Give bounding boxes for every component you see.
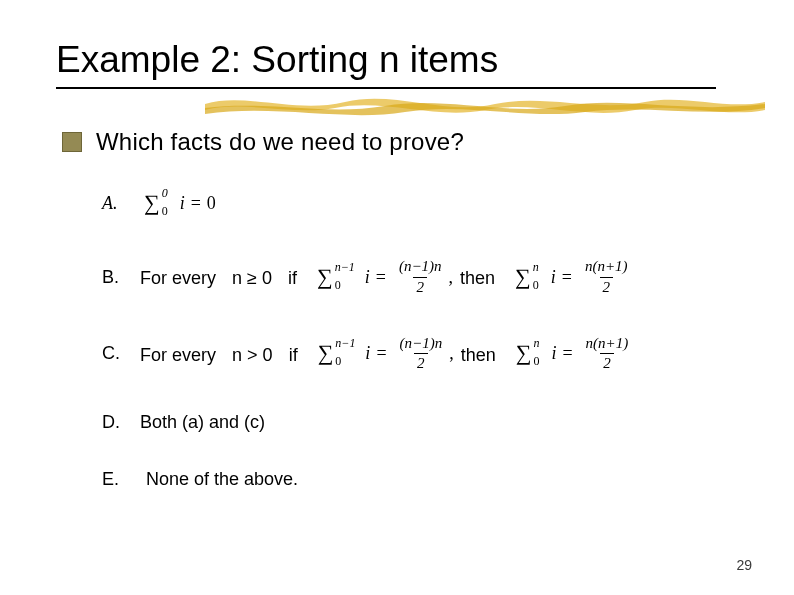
- equals: =: [191, 193, 201, 214]
- option-b-text: For every n ≥ 0 if ∑ n−1 0 i = (n−1)n: [140, 259, 635, 296]
- title-underline: [56, 87, 716, 89]
- sum-term: i: [365, 267, 370, 288]
- sum-upper: n: [533, 336, 539, 351]
- sum-upper: 0: [162, 186, 168, 201]
- for-every: For every: [140, 268, 216, 288]
- question-row: Which facts do we need to prove?: [62, 128, 464, 156]
- sum-lower: 0: [533, 278, 539, 293]
- option-a-label: A.: [102, 193, 140, 214]
- option-c-text: For every n > 0 if ∑ n−1 0 i = (n−1)n: [140, 336, 635, 373]
- option-b-label: B.: [102, 267, 140, 288]
- option-d: D. Both (a) and (c): [102, 412, 722, 433]
- question-text: Which facts do we need to prove?: [96, 128, 464, 156]
- sigma-icon: ∑ n−1 0: [318, 342, 334, 365]
- frac-num: n(n+1): [583, 336, 632, 354]
- cond-var: n > 0: [232, 344, 273, 364]
- slide-title: Example 2: Sorting n items: [56, 40, 716, 81]
- option-b: B. For every n ≥ 0 if ∑ n−1 0 i =: [102, 259, 722, 296]
- comma: ,: [449, 267, 454, 288]
- comma: ,: [449, 343, 454, 364]
- sum-lower: 0: [162, 204, 168, 219]
- sum-term: i: [551, 343, 556, 364]
- fraction: (n−1)n 2: [396, 259, 445, 296]
- fraction: n(n+1) 2: [582, 259, 631, 296]
- frac-num: n(n+1): [582, 259, 631, 277]
- fraction: (n−1)n 2: [397, 336, 446, 373]
- then-word: then: [460, 268, 495, 288]
- then-word: then: [461, 344, 496, 364]
- sum-lower: 0: [335, 278, 341, 293]
- sum-term: i: [365, 343, 370, 364]
- sum-lower: 0: [533, 354, 539, 369]
- option-e: E. None of the above.: [102, 469, 722, 490]
- rhs-value: 0: [207, 193, 216, 214]
- sum-term: i: [180, 193, 185, 214]
- option-e-text: None of the above.: [146, 469, 298, 490]
- cond-var: n ≥ 0: [232, 268, 272, 288]
- equals: =: [376, 267, 386, 288]
- page-number: 29: [736, 557, 752, 573]
- slide: Example 2: Sorting n items Which facts d…: [0, 0, 794, 595]
- frac-num: (n−1)n: [396, 259, 445, 277]
- equals: =: [562, 267, 572, 288]
- sum-upper: n−1: [335, 260, 355, 275]
- option-d-label: D.: [102, 412, 140, 433]
- equals: =: [376, 343, 386, 364]
- option-a-math: ∑ 0 0 i = 0: [140, 192, 216, 215]
- frac-num: (n−1)n: [397, 336, 446, 354]
- options-list: A. ∑ 0 0 i = 0 B. For every n ≥ 0 if: [102, 192, 722, 490]
- frac-den: 2: [414, 353, 428, 372]
- sum-lower: 0: [335, 354, 341, 369]
- sigma-icon: ∑ n−1 0: [317, 266, 333, 289]
- frac-den: 2: [413, 277, 427, 296]
- option-c-label: C.: [102, 343, 140, 364]
- sigma-icon: ∑ 0 0: [144, 192, 160, 215]
- bullet-icon: [62, 132, 82, 152]
- sum-term: i: [551, 267, 556, 288]
- if-word: if: [289, 344, 298, 364]
- sum-upper: n: [533, 260, 539, 275]
- fraction: n(n+1) 2: [583, 336, 632, 373]
- sigma-icon: ∑ n 0: [515, 266, 531, 289]
- frac-den: 2: [600, 353, 614, 372]
- sigma-icon: ∑ n 0: [516, 342, 532, 365]
- brush-decoration: [205, 90, 765, 118]
- frac-den: 2: [600, 277, 614, 296]
- option-d-text: Both (a) and (c): [140, 412, 265, 433]
- for-every: For every: [140, 344, 216, 364]
- sum-upper: n−1: [335, 336, 355, 351]
- title-block: Example 2: Sorting n items: [56, 40, 716, 89]
- option-e-label: E.: [102, 469, 140, 490]
- option-a: A. ∑ 0 0 i = 0: [102, 192, 722, 215]
- option-c: C. For every n > 0 if ∑ n−1 0 i =: [102, 336, 722, 373]
- if-word: if: [288, 268, 297, 288]
- equals: =: [562, 343, 572, 364]
